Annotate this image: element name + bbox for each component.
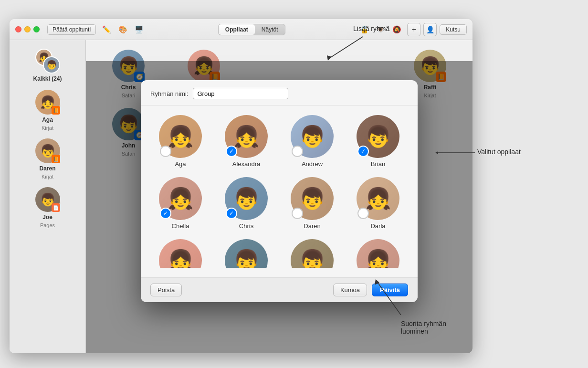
all-avatar: 👧 👦 [35, 49, 60, 74]
title-bar: Päätä oppitunti ✏️ 🎨 🖥️ Oppilaat Näytöt … [10, 19, 472, 40]
modal-student-daren[interactable]: 👦 Daren [284, 177, 340, 230]
invite-button[interactable]: Kutsu [440, 24, 467, 35]
cancel-button[interactable]: Kumoa [333, 284, 367, 296]
modal-student-brian[interactable]: 👦 ✓ Brian [350, 115, 406, 168]
modal-student-extra3[interactable]: 👦 [284, 239, 340, 268]
selected-students-annotation-text: Valitut oppilaat [477, 148, 521, 156]
brian-check: ✓ [357, 146, 369, 157]
sidebar: 👧 👦 Kaikki (24) 👧 📙 Aga Kirjat 👦 📙 [10, 40, 86, 353]
add-group-annotation-text: Lisää ryhmä [353, 25, 389, 32]
svg-line-4 [377, 282, 401, 315]
modal-darla-name: Darla [370, 222, 385, 230]
group-name-label: Ryhmän nimi: [150, 90, 188, 97]
daren-app: Kirjat [42, 174, 53, 179]
tab-screens[interactable]: Näytöt [255, 24, 285, 35]
maximize-button[interactable] [33, 26, 40, 32]
joe-app: Pages [40, 222, 55, 228]
daren-badge: 📙 [52, 155, 60, 163]
modal-student-alexandra[interactable]: 👧 ✓ Alexandra [218, 115, 274, 168]
sidebar-item-all[interactable]: 👧 👦 Kaikki (24) [10, 45, 85, 86]
modal-daren-name: Daren [304, 222, 320, 230]
toolbar-right: + 👤 Kutsu [407, 23, 467, 36]
joe-badge: 📄 [52, 203, 60, 212]
darla-check [357, 208, 369, 219]
aga-badge: 📙 [52, 106, 60, 115]
modal-brian-name: Brian [371, 160, 385, 168]
sidebar-item-aga[interactable]: 👧 📙 Aga Kirjat [10, 86, 85, 135]
person-icon-button[interactable]: 👤 [423, 23, 437, 36]
modal-student-chris[interactable]: 👦 ✓ Chris [218, 177, 274, 230]
aga-app: Kirjat [42, 125, 53, 131]
close-button[interactable] [15, 26, 21, 32]
modal-andrew-name: Andrew [302, 160, 323, 168]
modal-student-darla[interactable]: 👧 Darla [350, 177, 406, 230]
modal-student-aga[interactable]: 👧 Aga [152, 115, 209, 168]
mute-icon-button[interactable]: 🔕 [390, 23, 403, 36]
chris-check: ✓ [226, 208, 237, 219]
modal-student-andrew[interactable]: 👦 Andrew [284, 115, 340, 168]
create-group-annotation-text: Suorita ryhmän luominen [401, 320, 446, 335]
aga-name: Aga [42, 116, 53, 123]
add-group-button[interactable]: + [407, 23, 420, 36]
modal-header: Ryhmän nimi: [141, 80, 418, 105]
aga-check [160, 146, 171, 157]
toolbar-icons: ✏️ 🎨 🖥️ [100, 23, 146, 36]
modal-student-chella[interactable]: 👧 ✓ Chella [152, 177, 209, 230]
title-center: Oppilaat Näytöt [149, 24, 354, 35]
svg-marker-1 [327, 55, 332, 61]
modal-aga-name: Aga [175, 160, 186, 168]
sidebar-item-joe[interactable]: 👦 📄 Joe Pages [10, 183, 85, 232]
group-name-input[interactable] [193, 88, 288, 99]
modal-chris-name: Chris [239, 222, 253, 230]
tab-group: Oppilaat Näytöt [218, 24, 285, 35]
traffic-lights [15, 26, 40, 32]
chella-check: ✓ [160, 208, 171, 219]
daren-name: Daren [39, 165, 55, 172]
group-modal: Ryhmän nimi: 👧 Aga [141, 80, 418, 302]
draw-icon-button[interactable]: 🎨 [116, 23, 129, 36]
modal-grid: 👧 Aga 👧 ✓ Alexandra [141, 105, 418, 277]
all-label: Kaikki (24) [33, 75, 62, 82]
tab-students[interactable]: Oppilaat [219, 24, 255, 35]
modal-chella-name: Chella [172, 222, 189, 230]
daren-check [292, 208, 303, 219]
create-group-annotation: Suorita ryhmän luominen [401, 320, 446, 335]
delete-button[interactable]: Poista [150, 284, 182, 296]
andrew-check [292, 146, 303, 157]
joe-name: Joe [42, 214, 52, 221]
add-group-annotation: Lisää ryhmä [353, 25, 389, 32]
pencil-icon-button[interactable]: ✏️ [100, 23, 113, 36]
modal-student-extra2[interactable]: 👦 [218, 239, 274, 268]
minimize-button[interactable] [24, 26, 31, 32]
alexandra-check: ✓ [226, 146, 237, 157]
end-class-button[interactable]: Päätä oppitunti [47, 24, 96, 35]
sidebar-item-daren[interactable]: 👦 📙 Daren Kirjat [10, 135, 85, 183]
screen-icon-button[interactable]: 🖥️ [132, 23, 146, 36]
modal-student-extra1[interactable]: 👧 [152, 239, 209, 268]
modal-alexandra-name: Alexandra [232, 160, 261, 168]
modal-student-extra4[interactable]: 👧 [350, 239, 406, 268]
svg-line-0 [329, 37, 363, 58]
svg-marker-3 [435, 151, 438, 154]
selected-students-annotation: Valitut oppilaat [477, 148, 521, 156]
